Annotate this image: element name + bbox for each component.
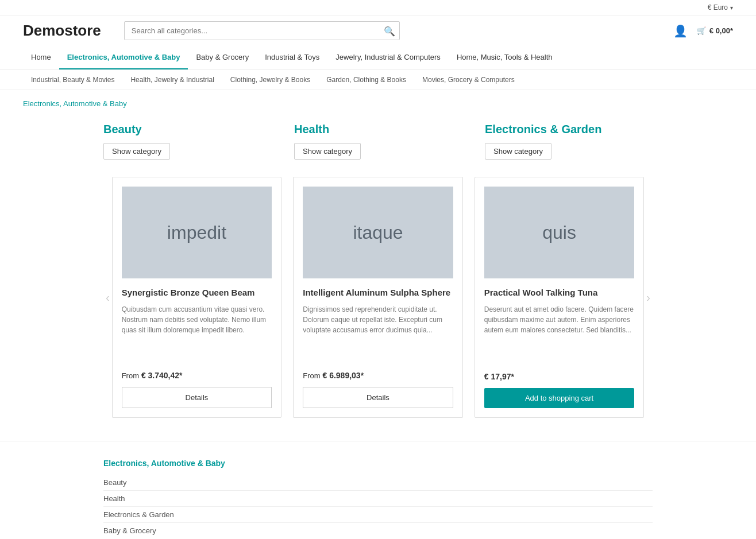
product-name-1: Synergistic Bronze Queen Beam — [122, 288, 272, 297]
details-button-2[interactable]: Details — [303, 387, 453, 408]
logo-light: store — [64, 22, 101, 39]
product-desc-1: Quibusdam cum accusantium vitae quasi ve… — [122, 304, 272, 362]
products-row: impedit Synergistic Bronze Queen Beam Qu… — [112, 177, 645, 418]
footer-link-beauty[interactable]: Beauty — [103, 475, 653, 491]
details-button-1[interactable]: Details — [122, 387, 272, 408]
category-health-title: Health — [294, 123, 462, 136]
price-value-2: € 6.989,03* — [322, 371, 364, 380]
search-button[interactable]: 🔍 — [384, 25, 395, 36]
footer-link-baby-grocery[interactable]: Baby & Grocery — [103, 523, 653, 538]
footer-links-list: Beauty Health Electronics & Garden Baby … — [103, 475, 653, 538]
search-bar: 🔍 — [124, 21, 400, 40]
show-category-electronics-button[interactable]: Show category — [485, 143, 551, 160]
nav-home-music[interactable]: Home, Music, Tools & Health — [449, 46, 561, 69]
carousel-prev-button[interactable]: ‹ — [103, 286, 112, 309]
add-to-cart-button[interactable]: Add to shopping cart — [484, 388, 635, 408]
top-bar: € Euro — [0, 0, 756, 15]
footer-link-electronics-garden[interactable]: Electronics & Garden — [103, 507, 653, 523]
footer-category-title: Electronics, Automotive & Baby — [103, 459, 653, 468]
category-electronics-garden-title: Electronics & Garden — [485, 123, 653, 136]
price-from-label-2: From — [303, 371, 320, 380]
show-category-health-button[interactable]: Show category — [294, 143, 361, 160]
search-input[interactable] — [124, 21, 400, 40]
product-name-3: Practical Wool Talking Tuna — [484, 288, 635, 297]
primary-navigation: Home Electronics, Automotive & Baby Baby… — [0, 46, 756, 70]
category-beauty-title: Beauty — [103, 123, 271, 136]
footer-link-health[interactable]: Health — [103, 491, 653, 507]
nav-industrial-beauty[interactable]: Industrial, Beauty & Movies — [23, 70, 122, 90]
product-image-text-1: impedit — [167, 222, 226, 243]
header: Demostore 🔍 👤 🛒 € 0,00* — [0, 15, 756, 46]
nav-clothing-jewelry[interactable]: Clothing, Jewelry & Books — [222, 70, 318, 90]
product-image-text-2: itaque — [353, 222, 403, 243]
product-price-2: From € 6.989,03* — [303, 371, 453, 380]
nav-movies-grocery[interactable]: Movies, Grocery & Computers — [414, 70, 523, 90]
product-desc-3: Deserunt aut et amet odio facere. Quidem… — [484, 304, 635, 363]
show-category-beauty-button[interactable]: Show category — [103, 143, 170, 160]
nav-home[interactable]: Home — [23, 46, 59, 69]
main-content: Beauty Show category Health Show categor… — [0, 117, 756, 441]
currency-selector[interactable]: € Euro — [708, 3, 733, 11]
product-image-2: itaque — [303, 187, 453, 278]
product-price-3: € 17,97* — [484, 372, 635, 381]
product-card-3: quis Practical Wool Talking Tuna Deserun… — [475, 177, 645, 418]
category-beauty: Beauty Show category — [103, 123, 271, 160]
category-health: Health Show category — [294, 123, 462, 160]
price-value-3: € 17,97* — [484, 372, 514, 381]
product-image-text-3: quis — [542, 222, 576, 243]
price-value-1: € 3.740,42* — [141, 371, 183, 380]
product-card-2: itaque Intelligent Aluminum Sulpha Spher… — [293, 177, 463, 418]
product-desc-2: Dignissimos sed reprehenderit cupiditate… — [303, 304, 453, 362]
nav-baby-grocery[interactable]: Baby & Grocery — [188, 46, 257, 69]
nav-electronics[interactable]: Electronics, Automotive & Baby — [59, 46, 188, 69]
cart-button[interactable]: 🛒 € 0,00* — [697, 26, 733, 35]
nav-industrial-toys[interactable]: Industrial & Toys — [257, 46, 327, 69]
user-account-button[interactable]: 👤 — [673, 24, 688, 38]
carousel-next-button[interactable]: › — [644, 286, 653, 309]
header-actions: 👤 🛒 € 0,00* — [673, 24, 733, 38]
products-carousel: ‹ impedit Synergistic Bronze Queen Beam … — [103, 177, 653, 418]
categories-header-row: Beauty Show category Health Show categor… — [103, 123, 653, 160]
product-image-1: impedit — [122, 187, 272, 278]
nav-health-jewelry[interactable]: Health, Jewelry & Industrial — [122, 70, 222, 90]
category-electronics-garden: Electronics & Garden Show category — [485, 123, 653, 160]
search-icon: 🔍 — [384, 26, 395, 36]
nav-jewelry[interactable]: Jewelry, Industrial & Computers — [327, 46, 449, 69]
price-from-label-1: From — [122, 371, 139, 380]
secondary-navigation: Industrial, Beauty & Movies Health, Jewe… — [0, 70, 756, 90]
product-price-1: From € 3.740,42* — [122, 371, 272, 380]
logo-bold: Demo — [23, 22, 64, 39]
user-icon: 👤 — [673, 24, 688, 38]
cart-amount: € 0,00* — [709, 26, 733, 35]
product-card-1: impedit Synergistic Bronze Queen Beam Qu… — [112, 177, 282, 418]
cart-icon: 🛒 — [697, 26, 706, 35]
footer-section: Electronics, Automotive & Baby Beauty He… — [0, 441, 756, 539]
breadcrumb: Electronics, Automotive & Baby — [0, 90, 756, 117]
logo[interactable]: Demostore — [23, 22, 101, 40]
product-image-3: quis — [484, 187, 635, 278]
nav-garden-clothing[interactable]: Garden, Clothing & Books — [318, 70, 414, 90]
product-name-2: Intelligent Aluminum Sulpha Sphere — [303, 288, 453, 297]
